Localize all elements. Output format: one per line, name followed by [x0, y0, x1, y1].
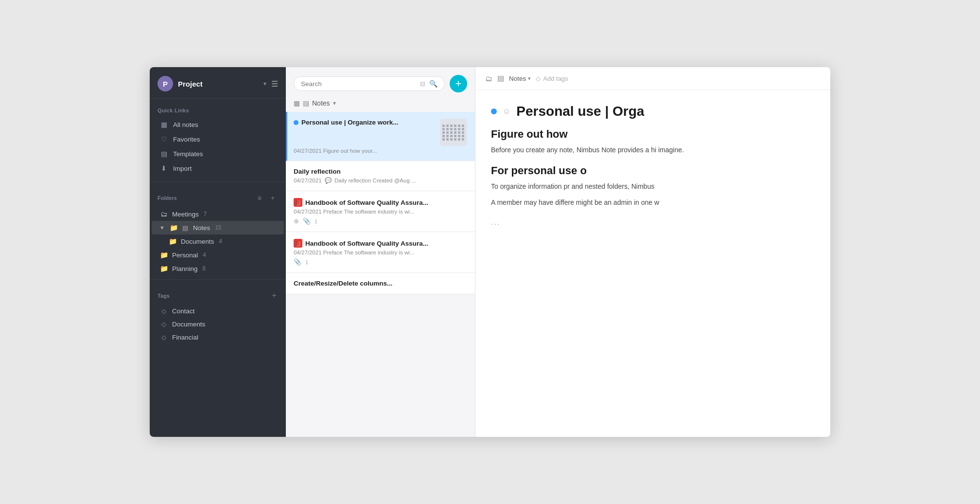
project-avatar: P	[158, 76, 173, 91]
red-book-icon: 📕	[294, 239, 302, 248]
note-item-top: Create/Resize/Delete columns...	[294, 280, 467, 287]
template-icon: ▤	[159, 150, 168, 158]
hamburger-icon[interactable]: ☰	[271, 79, 278, 89]
note-item-handbook-2[interactable]: 📕 Handbook of Software Quality Assura...…	[286, 232, 475, 273]
emoji-icon: ☺	[503, 107, 510, 116]
share-icon: ⊕	[294, 217, 299, 225]
note-item-title: Handbook of Software Quality Assura...	[305, 240, 428, 247]
note-item-actions: 📎 1	[294, 258, 467, 266]
sidebar-divider-2	[150, 279, 286, 280]
sort-folders-button[interactable]: ≡	[256, 193, 263, 203]
note-item-title: Daily reflection	[294, 168, 341, 175]
folder-planning[interactable]: 📁 Planning 6	[152, 262, 284, 275]
search-icon: 🔍	[429, 80, 438, 88]
note-items-list: Personal use | Organize work... 04/27/	[286, 112, 475, 437]
content-panel: 🗂 ▤ Notes ▾ ◇ Add tags ☺ Personal use | …	[475, 67, 830, 437]
tag-icon: ◇	[159, 334, 168, 341]
note-item-create-resize[interactable]: Create/Resize/Delete columns...	[286, 273, 475, 294]
search-bar[interactable]: ⊟ 🔍	[294, 76, 445, 91]
folder-personal-label: Personal	[172, 252, 198, 259]
tag-financial[interactable]: ◇ Financial	[152, 331, 284, 344]
note-preview: Figure out how your...	[323, 148, 377, 154]
search-input[interactable]	[301, 80, 416, 88]
add-tags-area[interactable]: ◇ Add tags	[536, 75, 568, 82]
add-note-button[interactable]: +	[450, 75, 467, 92]
note-item-top: 📕 Handbook of Software Quality Assura...	[294, 198, 467, 207]
folder-icon: 📁	[159, 265, 168, 272]
attachment-count: 1	[315, 218, 317, 224]
sidebar-item-favorites[interactable]: ♡ Favorites	[152, 132, 284, 146]
tag-documents[interactable]: ◇ Documents	[152, 318, 284, 331]
folder-meetings-count: 7	[204, 211, 207, 217]
note-heading: Figure out how	[491, 128, 815, 141]
note-item-daily-reflection[interactable]: Daily reflection 04/27/2021 💬 Daily refl…	[286, 161, 475, 191]
all-notes-label: All notes	[173, 121, 198, 128]
breadcrumb-notes-label: Notes ▾	[509, 75, 531, 82]
tag-contact-label: Contact	[172, 307, 195, 315]
note-list-icon: ▤	[303, 99, 309, 107]
note-preview-text: Preface The software industry is wi...	[323, 250, 415, 255]
chevron-down-icon[interactable]: ▾	[333, 100, 336, 107]
folder-documents[interactable]: 📁 Documents 4	[152, 234, 284, 248]
folders-label: Folders	[158, 195, 256, 201]
content-toolbar: 🗂 ▤ Notes ▾ ◇ Add tags	[475, 67, 830, 90]
note-preview-text: Preface The software industry is wi...	[323, 209, 415, 215]
breadcrumb-note-icon: ▤	[497, 74, 504, 83]
sidebar-item-import[interactable]: ⬇ Import	[152, 161, 284, 176]
red-book-icon: 📕	[294, 198, 302, 207]
sidebar-divider	[150, 181, 286, 182]
note-date: 04/27/2021	[294, 250, 322, 255]
folder-documents-count: 4	[219, 238, 222, 245]
folder-notes-count: 15	[215, 224, 221, 231]
quick-links-section: Quick Links ▦ All notes ♡ Favorites ▤ Te…	[150, 99, 286, 178]
add-tags-label: Add tags	[543, 75, 568, 82]
note-list-panel: ⊟ 🔍 + ▦ ▤ Notes ▾ Personal use | Organiz…	[286, 67, 475, 437]
import-icon: ⬇	[159, 164, 168, 172]
folder-icon: 📁	[170, 224, 178, 232]
tag-icon: ◇	[159, 307, 168, 315]
note-title-row: 📕 Handbook of Software Quality Assura...	[294, 239, 467, 248]
add-tag-button[interactable]: ＋	[270, 290, 278, 301]
folder-planning-label: Planning	[172, 265, 198, 272]
folder-icon: 📁	[159, 251, 168, 259]
note-thumbnail	[440, 119, 467, 146]
tag-financial-label: Financial	[172, 334, 198, 341]
note-item-handbook-1[interactable]: 📕 Handbook of Software Quality Assura...…	[286, 191, 475, 232]
breadcrumb-folder-icon: 🗂	[485, 74, 492, 83]
tag-contact[interactable]: ◇ Contact	[152, 305, 284, 318]
notes-section-label: Notes	[312, 99, 330, 107]
breadcrumb-chevron-icon[interactable]: ▾	[528, 75, 531, 82]
note-list-icon: ▤	[182, 224, 188, 232]
breadcrumb-folder-name: Notes	[509, 75, 526, 82]
sidebar-item-templates[interactable]: ▤ Templates	[152, 146, 284, 161]
folder-personal-count: 4	[203, 252, 206, 258]
note-item-title: Create/Resize/Delete columns...	[294, 280, 392, 287]
app-window: P Project ▾ ☰ Quick Links ▦ All notes ♡ …	[150, 67, 830, 437]
tags-header: Tags ＋	[150, 284, 286, 305]
folder-personal[interactable]: 📁 Personal 4	[152, 248, 284, 262]
note-date: 04/27/2021	[294, 178, 322, 183]
note-item-personal-use[interactable]: Personal use | Organize work... 04/27/	[286, 112, 475, 161]
folder-meetings[interactable]: 🗂 Meetings 7	[152, 207, 284, 221]
note-list-header: ⊟ 🔍 +	[286, 67, 475, 97]
add-folder-button[interactable]: ＋	[267, 193, 278, 203]
note-title-row: 📕 Handbook of Software Quality Assura...	[294, 198, 467, 207]
note-item-meta: 04/27/2021 Figure out how your...	[294, 148, 467, 154]
tags-label: Tags	[158, 293, 270, 299]
folder-notes-label: Notes	[193, 224, 210, 232]
favorites-label: Favorites	[173, 136, 200, 143]
note-date: 04/27/2021	[294, 209, 322, 215]
folder-notes[interactable]: ▼ 📁 ▤ Notes 15	[152, 221, 284, 234]
tag-icon: ◇	[159, 321, 168, 328]
sidebar: P Project ▾ ☰ Quick Links ▦ All notes ♡ …	[150, 67, 286, 437]
attachment-icon: 📎	[303, 217, 311, 225]
chevron-down-icon[interactable]: ▾	[263, 80, 266, 87]
note-date: 04/27/2021	[294, 148, 322, 154]
sidebar-item-all-notes[interactable]: ▦ All notes	[152, 117, 284, 132]
note-item-title: Handbook of Software Quality Assura...	[305, 199, 428, 206]
sidebar-header: P Project ▾ ☰	[150, 67, 286, 99]
quick-links-label: Quick Links	[150, 108, 286, 117]
ellipsis: ...	[491, 218, 815, 227]
tag-documents-label: Documents	[172, 321, 205, 328]
folder-icon: 🗂	[159, 210, 168, 218]
